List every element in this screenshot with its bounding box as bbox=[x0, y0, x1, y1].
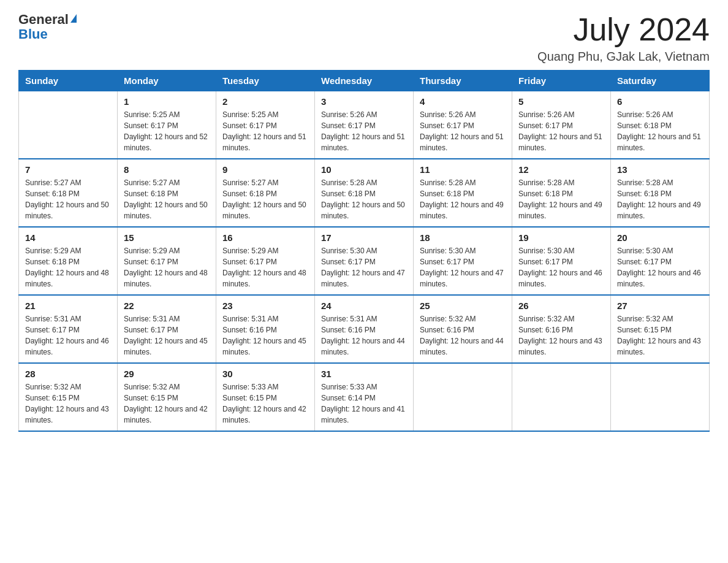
day-number: 29 bbox=[124, 369, 210, 379]
day-number: 26 bbox=[518, 301, 604, 311]
day-number: 8 bbox=[124, 164, 210, 175]
day-info: Sunrise: 5:27 AMSunset: 6:18 PMDaylight:… bbox=[25, 177, 111, 221]
title-block: July 2024 Quang Phu, GJak Lak, Vietnam bbox=[537, 12, 710, 64]
calendar-week-row: 1Sunrise: 5:25 AMSunset: 6:17 PMDaylight… bbox=[19, 91, 710, 159]
calendar-day-cell: 31Sunrise: 5:33 AMSunset: 6:14 PMDayligh… bbox=[315, 363, 414, 431]
logo-general-text: General bbox=[18, 12, 77, 27]
day-number: 19 bbox=[518, 232, 604, 243]
day-number: 6 bbox=[617, 96, 703, 107]
weekday-header-friday: Friday bbox=[512, 71, 611, 91]
day-number: 30 bbox=[222, 369, 308, 379]
weekday-header-monday: Monday bbox=[118, 71, 216, 91]
calendar-day-cell: 3Sunrise: 5:26 AMSunset: 6:17 PMDaylight… bbox=[315, 91, 414, 159]
calendar-week-row: 14Sunrise: 5:29 AMSunset: 6:18 PMDayligh… bbox=[19, 227, 710, 295]
day-number: 25 bbox=[420, 301, 506, 311]
day-number: 31 bbox=[321, 369, 407, 379]
day-info: Sunrise: 5:27 AMSunset: 6:18 PMDaylight:… bbox=[124, 177, 210, 221]
day-info: Sunrise: 5:28 AMSunset: 6:18 PMDaylight:… bbox=[420, 177, 506, 221]
day-info: Sunrise: 5:25 AMSunset: 6:17 PMDaylight:… bbox=[124, 109, 210, 153]
day-number: 15 bbox=[124, 232, 210, 243]
weekday-header-thursday: Thursday bbox=[414, 71, 512, 91]
logo-triangle-icon bbox=[70, 14, 77, 23]
logo-blue-text: Blue bbox=[18, 27, 77, 42]
calendar-day-cell: 27Sunrise: 5:32 AMSunset: 6:15 PMDayligh… bbox=[611, 295, 710, 363]
day-number: 28 bbox=[25, 369, 111, 379]
calendar-day-cell: 13Sunrise: 5:28 AMSunset: 6:18 PMDayligh… bbox=[611, 159, 710, 227]
day-number: 22 bbox=[124, 301, 210, 311]
day-info: Sunrise: 5:32 AMSunset: 6:15 PMDaylight:… bbox=[617, 313, 703, 358]
day-number: 2 bbox=[222, 96, 308, 107]
day-number: 27 bbox=[617, 301, 703, 311]
calendar-day-cell: 16Sunrise: 5:29 AMSunset: 6:17 PMDayligh… bbox=[216, 227, 315, 295]
calendar-day-cell: 23Sunrise: 5:31 AMSunset: 6:16 PMDayligh… bbox=[216, 295, 315, 363]
day-info: Sunrise: 5:32 AMSunset: 6:15 PMDaylight:… bbox=[25, 381, 111, 426]
day-info: Sunrise: 5:33 AMSunset: 6:14 PMDaylight:… bbox=[321, 381, 407, 426]
month-title: July 2024 bbox=[537, 12, 710, 47]
calendar-day-cell: 28Sunrise: 5:32 AMSunset: 6:15 PMDayligh… bbox=[19, 363, 118, 431]
day-number: 21 bbox=[25, 301, 111, 311]
day-info: Sunrise: 5:25 AMSunset: 6:17 PMDaylight:… bbox=[222, 109, 308, 153]
calendar-day-cell: 12Sunrise: 5:28 AMSunset: 6:18 PMDayligh… bbox=[512, 159, 611, 227]
calendar-day-cell: 1Sunrise: 5:25 AMSunset: 6:17 PMDaylight… bbox=[118, 91, 216, 159]
calendar-day-cell: 8Sunrise: 5:27 AMSunset: 6:18 PMDaylight… bbox=[118, 159, 216, 227]
calendar-day-cell: 6Sunrise: 5:26 AMSunset: 6:18 PMDaylight… bbox=[611, 91, 710, 159]
day-info: Sunrise: 5:26 AMSunset: 6:17 PMDaylight:… bbox=[420, 109, 506, 153]
day-number: 20 bbox=[617, 232, 703, 243]
calendar-day-cell: 29Sunrise: 5:32 AMSunset: 6:15 PMDayligh… bbox=[118, 363, 216, 431]
day-info: Sunrise: 5:28 AMSunset: 6:18 PMDaylight:… bbox=[321, 177, 407, 221]
day-number: 10 bbox=[321, 164, 407, 175]
day-number: 7 bbox=[25, 164, 111, 175]
calendar-day-cell: 21Sunrise: 5:31 AMSunset: 6:17 PMDayligh… bbox=[19, 295, 118, 363]
weekday-header-row: SundayMondayTuesdayWednesdayThursdayFrid… bbox=[19, 71, 710, 91]
calendar-day-cell: 14Sunrise: 5:29 AMSunset: 6:18 PMDayligh… bbox=[19, 227, 118, 295]
calendar-day-cell: 25Sunrise: 5:32 AMSunset: 6:16 PMDayligh… bbox=[414, 295, 512, 363]
day-info: Sunrise: 5:33 AMSunset: 6:15 PMDaylight:… bbox=[222, 381, 308, 426]
calendar-week-row: 28Sunrise: 5:32 AMSunset: 6:15 PMDayligh… bbox=[19, 363, 710, 431]
day-number: 5 bbox=[518, 96, 604, 107]
day-info: Sunrise: 5:26 AMSunset: 6:17 PMDaylight:… bbox=[321, 109, 407, 153]
location-text: Quang Phu, GJak Lak, Vietnam bbox=[537, 50, 710, 64]
day-info: Sunrise: 5:26 AMSunset: 6:18 PMDaylight:… bbox=[617, 109, 703, 153]
day-info: Sunrise: 5:31 AMSunset: 6:16 PMDaylight:… bbox=[222, 313, 308, 358]
day-info: Sunrise: 5:29 AMSunset: 6:17 PMDaylight:… bbox=[222, 245, 308, 289]
calendar-day-cell: 7Sunrise: 5:27 AMSunset: 6:18 PMDaylight… bbox=[19, 159, 118, 227]
day-info: Sunrise: 5:30 AMSunset: 6:17 PMDaylight:… bbox=[420, 245, 506, 289]
day-info: Sunrise: 5:32 AMSunset: 6:16 PMDaylight:… bbox=[420, 313, 506, 358]
calendar-day-cell bbox=[19, 91, 118, 159]
day-number: 1 bbox=[124, 96, 210, 107]
day-number: 12 bbox=[518, 164, 604, 175]
day-info: Sunrise: 5:30 AMSunset: 6:17 PMDaylight:… bbox=[518, 245, 604, 289]
day-info: Sunrise: 5:32 AMSunset: 6:16 PMDaylight:… bbox=[518, 313, 604, 358]
day-info: Sunrise: 5:27 AMSunset: 6:18 PMDaylight:… bbox=[222, 177, 308, 221]
day-info: Sunrise: 5:29 AMSunset: 6:17 PMDaylight:… bbox=[124, 245, 210, 289]
calendar-day-cell: 30Sunrise: 5:33 AMSunset: 6:15 PMDayligh… bbox=[216, 363, 315, 431]
weekday-header-saturday: Saturday bbox=[611, 71, 710, 91]
day-info: Sunrise: 5:30 AMSunset: 6:17 PMDaylight:… bbox=[617, 245, 703, 289]
calendar-day-cell: 4Sunrise: 5:26 AMSunset: 6:17 PMDaylight… bbox=[414, 91, 512, 159]
day-number: 24 bbox=[321, 301, 407, 311]
day-number: 4 bbox=[420, 96, 506, 107]
page-header: General Blue July 2024 Quang Phu, GJak L… bbox=[18, 12, 710, 64]
day-info: Sunrise: 5:31 AMSunset: 6:17 PMDaylight:… bbox=[124, 313, 210, 358]
calendar-week-row: 21Sunrise: 5:31 AMSunset: 6:17 PMDayligh… bbox=[19, 295, 710, 363]
calendar-day-cell: 15Sunrise: 5:29 AMSunset: 6:17 PMDayligh… bbox=[118, 227, 216, 295]
day-number: 18 bbox=[420, 232, 506, 243]
weekday-header-tuesday: Tuesday bbox=[216, 71, 315, 91]
day-info: Sunrise: 5:31 AMSunset: 6:16 PMDaylight:… bbox=[321, 313, 407, 358]
day-number: 17 bbox=[321, 232, 407, 243]
day-number: 11 bbox=[420, 164, 506, 175]
day-info: Sunrise: 5:31 AMSunset: 6:17 PMDaylight:… bbox=[25, 313, 111, 358]
calendar-day-cell: 10Sunrise: 5:28 AMSunset: 6:18 PMDayligh… bbox=[315, 159, 414, 227]
calendar-day-cell: 22Sunrise: 5:31 AMSunset: 6:17 PMDayligh… bbox=[118, 295, 216, 363]
calendar-table: SundayMondayTuesdayWednesdayThursdayFrid… bbox=[18, 70, 710, 432]
weekday-header-sunday: Sunday bbox=[19, 71, 118, 91]
calendar-day-cell bbox=[414, 363, 512, 431]
calendar-day-cell: 19Sunrise: 5:30 AMSunset: 6:17 PMDayligh… bbox=[512, 227, 611, 295]
day-number: 16 bbox=[222, 232, 308, 243]
calendar-day-cell: 5Sunrise: 5:26 AMSunset: 6:17 PMDaylight… bbox=[512, 91, 611, 159]
calendar-day-cell: 18Sunrise: 5:30 AMSunset: 6:17 PMDayligh… bbox=[414, 227, 512, 295]
calendar-day-cell bbox=[611, 363, 710, 431]
calendar-day-cell: 26Sunrise: 5:32 AMSunset: 6:16 PMDayligh… bbox=[512, 295, 611, 363]
day-info: Sunrise: 5:30 AMSunset: 6:17 PMDaylight:… bbox=[321, 245, 407, 289]
calendar-day-cell: 17Sunrise: 5:30 AMSunset: 6:17 PMDayligh… bbox=[315, 227, 414, 295]
